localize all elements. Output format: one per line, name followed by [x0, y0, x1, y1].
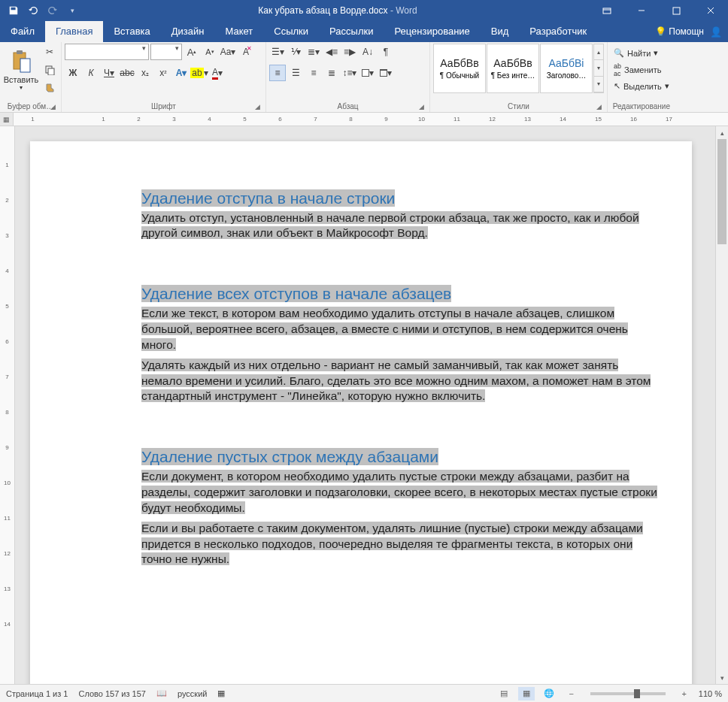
- tab-view[interactable]: Вид: [481, 21, 520, 42]
- increase-indent-button[interactable]: ≡▶: [341, 44, 358, 60]
- align-center-button[interactable]: ☰: [287, 65, 304, 81]
- tab-mailings[interactable]: Рассылки: [319, 21, 384, 42]
- web-layout-button[interactable]: 🌐: [541, 687, 557, 700]
- tab-file[interactable]: Файл: [0, 21, 45, 42]
- heading-3: Удаление пустых строк между абзацами: [141, 448, 438, 465]
- tab-review[interactable]: Рецензирование: [384, 21, 480, 42]
- subscript-button[interactable]: x₂: [137, 65, 153, 81]
- group-styles: АаБбВв¶ Обычный АаБбВв¶ Без инте… АаБбВі…: [430, 42, 608, 112]
- styles-scroll-down[interactable]: ▾: [594, 60, 603, 76]
- strikethrough-button[interactable]: abc: [119, 65, 135, 81]
- page-scroll[interactable]: Удаление отступа в начале строки Удалить…: [15, 126, 715, 684]
- undo-button[interactable]: [24, 2, 42, 19]
- font-name-combo[interactable]: [65, 44, 149, 60]
- replace-button[interactable]: abacЗаменить: [611, 62, 672, 77]
- macro-icon[interactable]: ▦: [217, 688, 225, 698]
- ruler-vertical[interactable]: 1234567891011121314: [0, 126, 15, 684]
- select-button[interactable]: ↖Выделить ▾: [611, 78, 672, 94]
- styles-launcher[interactable]: ◢: [595, 103, 602, 110]
- word-count[interactable]: Слово 157 из 157: [78, 689, 146, 698]
- cursor-icon: ↖: [614, 81, 620, 91]
- document-page[interactable]: Удаление отступа в начале строки Удалить…: [30, 141, 692, 684]
- window-controls: [590, 0, 728, 21]
- line-spacing-button[interactable]: ↕≡▾: [341, 65, 358, 81]
- numbering-button[interactable]: ⅟▾: [287, 44, 304, 60]
- account-icon[interactable]: 👤: [710, 26, 722, 38]
- copy-button[interactable]: [41, 62, 58, 78]
- shrink-font-button[interactable]: A▾: [202, 44, 218, 60]
- tab-design[interactable]: Дизайн: [161, 21, 215, 42]
- titlebar: ▾ Как убрать абзац в Ворде.docx - Word: [0, 0, 728, 21]
- superscript-button[interactable]: x²: [155, 65, 171, 81]
- tab-insert[interactable]: Вставка: [103, 21, 160, 42]
- sort-button[interactable]: A↓: [359, 44, 376, 60]
- scroll-thumb[interactable]: [717, 139, 726, 244]
- scroll-down[interactable]: ▾: [716, 671, 728, 684]
- zoom-level[interactable]: 110 %: [699, 689, 722, 698]
- zoom-out-button[interactable]: −: [563, 687, 580, 700]
- scroll-track[interactable]: [716, 139, 728, 671]
- zoom-slider[interactable]: [590, 692, 666, 695]
- heading-1: Удаление отступа в начале строки: [141, 189, 395, 207]
- multilevel-button[interactable]: ≣▾: [305, 44, 322, 60]
- read-mode-button[interactable]: ▤: [496, 687, 512, 700]
- tab-references[interactable]: Ссылки: [263, 21, 319, 42]
- clipboard-launcher[interactable]: ◢: [49, 103, 56, 110]
- tab-layout[interactable]: Макет: [214, 21, 263, 42]
- show-marks-button[interactable]: ¶: [378, 44, 394, 60]
- bold-button[interactable]: Ж: [65, 65, 81, 81]
- quick-access-toolbar: ▾: [0, 2, 86, 19]
- lightbulb-icon: 💡: [655, 26, 666, 37]
- paragraph-launcher[interactable]: ◢: [417, 103, 425, 110]
- italic-button[interactable]: К: [83, 65, 99, 81]
- ruler-corner[interactable]: ▦: [0, 113, 14, 126]
- bullets-button[interactable]: ☰▾: [269, 44, 286, 60]
- cut-button[interactable]: ✂: [41, 44, 58, 60]
- document-area: 1234567891011121314 Удаление отступа в н…: [0, 126, 728, 684]
- shading-button[interactable]: ▾: [359, 65, 376, 81]
- ribbon-display-options[interactable]: [590, 0, 624, 21]
- group-editing: 🔍Найти ▾ abacЗаменить ↖Выделить ▾ Редакт…: [608, 42, 675, 112]
- text-effects-button[interactable]: A▾: [173, 65, 190, 81]
- format-painter-button[interactable]: [41, 80, 58, 96]
- font-color-button[interactable]: A▾: [209, 65, 226, 81]
- find-button[interactable]: 🔍Найти ▾: [611, 45, 672, 61]
- language[interactable]: русский: [177, 689, 207, 698]
- styles-expand[interactable]: ▾: [594, 77, 603, 92]
- page-count[interactable]: Страница 1 из 1: [6, 689, 68, 698]
- font-size-combo[interactable]: [150, 44, 182, 60]
- style-normal[interactable]: АаБбВв¶ Обычный: [433, 44, 486, 93]
- proofing-icon[interactable]: 📖: [156, 688, 167, 698]
- minimize-button[interactable]: [624, 0, 659, 21]
- clear-format-button[interactable]: A✕: [238, 44, 254, 60]
- paste-button[interactable]: Вставить ▾: [3, 44, 39, 96]
- print-layout-button[interactable]: ▦: [518, 687, 535, 700]
- maximize-button[interactable]: [659, 0, 693, 21]
- close-button[interactable]: [693, 0, 728, 21]
- align-right-button[interactable]: ≡: [305, 65, 322, 81]
- redo-button[interactable]: [44, 2, 62, 19]
- borders-button[interactable]: ▾: [378, 65, 394, 81]
- scroll-up[interactable]: ▴: [716, 126, 728, 139]
- style-heading1[interactable]: АаБбВіЗаголово…: [540, 44, 593, 93]
- zoom-in-button[interactable]: +: [676, 687, 693, 700]
- tab-developer[interactable]: Разработчик: [519, 21, 597, 42]
- justify-button[interactable]: ≣: [323, 65, 340, 81]
- zoom-handle[interactable]: [634, 689, 640, 698]
- style-nospacing[interactable]: АаБбВв¶ Без инте…: [487, 44, 539, 93]
- font-launcher[interactable]: ◢: [253, 103, 261, 110]
- change-case-button[interactable]: Aa▾: [220, 44, 236, 60]
- decrease-indent-button[interactable]: ◀≡: [323, 44, 340, 60]
- styles-scroll-up[interactable]: ▴: [594, 44, 603, 60]
- highlight-button[interactable]: ab▾: [191, 65, 208, 81]
- ruler-horizontal[interactable]: ▦ 11234567891011121314151617: [0, 113, 728, 126]
- underline-button[interactable]: Ч▾: [101, 65, 117, 81]
- qat-customize[interactable]: ▾: [63, 2, 81, 19]
- align-left-button[interactable]: ≡: [269, 65, 286, 81]
- tell-me[interactable]: 💡Помощн: [655, 26, 704, 37]
- grow-font-button[interactable]: A▴: [184, 44, 200, 60]
- search-icon: 🔍: [614, 48, 624, 58]
- tab-home[interactable]: Главная: [45, 21, 103, 42]
- save-button[interactable]: [5, 2, 23, 19]
- styles-scroll: ▴ ▾ ▾: [593, 44, 604, 93]
